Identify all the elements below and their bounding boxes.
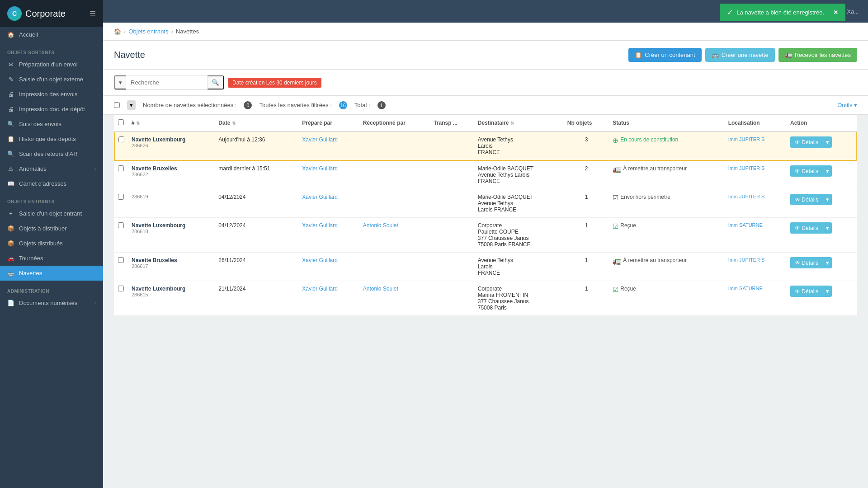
close-notification-button[interactable]: ✕ (833, 9, 838, 16)
row-action-cell: 👁 Détails ▾ (787, 218, 857, 253)
action-group: 👁 Détails ▾ (790, 286, 853, 297)
action-group: 👁 Détails ▾ (790, 136, 853, 148)
sidebar-item-documents[interactable]: 📄 Documents numérisés ‹ (0, 296, 103, 310)
sidebar-item-preparation[interactable]: ✉ Préparation d'un envoi (0, 57, 103, 72)
selected-label: Nombre de navettes sélectionnées : (143, 102, 236, 108)
search-input[interactable] (126, 76, 208, 89)
th-checkbox (114, 115, 128, 131)
sidebar-item-historique[interactable]: 📋 Historique des dépôts (0, 131, 103, 146)
detail-button[interactable]: 👁 Détails (790, 286, 823, 297)
sidebar-item-saisie-externe[interactable]: ✎ Saisie d'un objet externe (0, 72, 103, 87)
th-reception: Réceptionné par (359, 115, 430, 131)
row-date-cell: mardi dernier à 15:51 (215, 160, 298, 189)
row-destinataire-cell: CorporateMarina FROMENTIN377 Chaussee Ja… (474, 281, 564, 316)
detail-button[interactable]: 👁 Détails (790, 165, 823, 177)
row-destinataire-cell: Marie-Odile BACQUETAvenue Tethys LaroisF… (474, 160, 564, 189)
tools-button[interactable]: Outils ▾ (837, 102, 857, 108)
search-submit-button[interactable]: 🔍 (208, 75, 224, 89)
row-checkbox-cell (114, 281, 128, 316)
row-prepare-cell: Xavier Guillard (298, 160, 359, 189)
print2-icon: 🖨 (7, 106, 14, 113)
select-all-dropdown[interactable]: ▾ (127, 100, 136, 110)
sort-date-icon[interactable]: ⇅ (232, 121, 236, 126)
row-status-cell: 🚛À remettre au transporteur (609, 253, 724, 281)
detail-dropdown-button[interactable]: ▾ (823, 194, 832, 205)
filter-tag[interactable]: Date création Les 30 derniers jours (228, 78, 321, 88)
detail-button[interactable]: 👁 Détails (790, 257, 823, 268)
navette-id: 286617 (132, 263, 211, 269)
receive-icon: 🚛 (785, 52, 792, 58)
chevron-left-icon: ‹ (94, 166, 96, 171)
prepare-par-link[interactable]: Xavier Guillard (302, 286, 338, 292)
row-id-cell: Navette Bruxelles 286622 (128, 160, 215, 189)
prepare-par-link[interactable]: Xavier Guillard (302, 257, 338, 263)
sidebar-item-accueil[interactable]: 🏠 Accueil (0, 27, 103, 42)
sidebar-item-scan[interactable]: 🔍 Scan des retours d'AR (0, 146, 103, 161)
sidebar-item-a-distribuer[interactable]: 📦 Objets à distribuer (0, 221, 103, 236)
sidebar-item-suivi[interactable]: 🔍 Suivi des envois (0, 117, 103, 131)
sidebar-item-navettes[interactable]: 🚌 Navettes (0, 266, 103, 281)
detail-button[interactable]: 👁 Détails (790, 136, 823, 148)
detail-button[interactable]: 👁 Détails (790, 194, 823, 205)
menu-icon[interactable]: ☰ (90, 9, 96, 18)
navette-id: 286615 (132, 292, 211, 297)
sort-number-icon[interactable]: ⇅ (136, 121, 140, 126)
sidebar-item-label: Préparation d'un envoi (19, 61, 78, 68)
sidebar-item-label: Historique des dépôts (19, 136, 76, 142)
row-checkbox[interactable] (118, 257, 124, 263)
navette-name: Navette Luxembourg (132, 222, 211, 229)
sidebar-item-carnet[interactable]: 📖 Carnet d'adresses (0, 176, 103, 191)
detail-dropdown-button[interactable]: ▾ (823, 136, 832, 148)
box2-icon: 📦 (7, 240, 14, 247)
detail-dropdown-button[interactable]: ▾ (823, 286, 832, 297)
row-checkbox-cell (114, 131, 128, 160)
prepare-par-link[interactable]: Xavier Guillard (302, 194, 338, 200)
row-localisation-cell: Imm SATURNE (725, 281, 787, 316)
row-checkbox[interactable] (118, 222, 124, 228)
notification-banner: ✓ La navette a bien été enregistrée. ✕ (720, 4, 845, 21)
status-label: Envoi hors périmètre (620, 194, 670, 200)
row-destinataire-cell: Avenue TethysLaroisFRANCE (474, 131, 564, 160)
sidebar-item-anomalies[interactable]: ⚠ Anomalies ‹ (0, 161, 103, 176)
prepare-par-link[interactable]: Xavier Guillard (302, 222, 338, 229)
sidebar-item-tournees[interactable]: 🚗 Tournées (0, 251, 103, 266)
row-checkbox[interactable] (118, 194, 124, 200)
detail-dropdown-button[interactable]: ▾ (823, 222, 832, 234)
table-row: Navette Luxembourg 286626 Aujourd'hui à … (114, 131, 857, 160)
create-container-button[interactable]: 📋 Créer un contenant (628, 48, 701, 62)
th-transport: Transp ... (430, 115, 474, 131)
row-checkbox[interactable] (118, 286, 124, 291)
sort-dest-icon[interactable]: ⇅ (510, 121, 514, 126)
detail-dropdown-button[interactable]: ▾ (823, 257, 832, 268)
row-localisation-cell: Imm JUPITER S (725, 189, 787, 218)
breadcrumb: 🏠 › Objets entrants › Navettes (103, 23, 868, 41)
row-checkbox[interactable] (118, 165, 124, 171)
prepare-par-link[interactable]: Xavier Guillard (302, 136, 338, 143)
sidebar-item-saisie-entrant[interactable]: + Saisie d'un objet entrant (0, 206, 103, 221)
edit-icon: ✎ (7, 76, 14, 83)
create-navette-button[interactable]: 🚌 Créer une navette (705, 48, 775, 62)
sidebar-item-label: Navettes (19, 270, 42, 277)
sidebar-item-impression-depot[interactable]: 🖨 Impression doc. de dépôt (0, 102, 103, 117)
th-number: # ⇅ (128, 115, 215, 131)
status-remettre-icon: 🚛 (613, 165, 621, 174)
row-reception-cell: Antonio Soulet (359, 281, 430, 316)
reception-par-link[interactable]: Antonio Soulet (363, 286, 398, 292)
sidebar-section-sortants: OBJETS SORTANTS (0, 46, 103, 57)
select-all-checkbox[interactable] (114, 102, 120, 108)
sidebar-item-impression-envois[interactable]: 🖨 Impression des envois (0, 87, 103, 102)
reception-par-link[interactable]: Antonio Soulet (363, 222, 398, 229)
home-breadcrumb-icon[interactable]: 🏠 (114, 28, 121, 35)
row-checkbox[interactable] (118, 136, 124, 142)
search-dropdown-button[interactable]: ▾ (114, 75, 126, 89)
detail-button[interactable]: 👁 Détails (790, 222, 823, 234)
header-checkbox[interactable] (118, 119, 124, 125)
detail-dropdown-button[interactable]: ▾ (823, 165, 832, 177)
breadcrumb-objets-entrants[interactable]: Objets entrants (128, 28, 168, 35)
row-transport-cell (430, 160, 474, 189)
history-icon: 📋 (7, 136, 14, 142)
prepare-par-link[interactable]: Xavier Guillard (302, 165, 338, 172)
receive-navettes-button[interactable]: 🚛 Recevoir les navettes (778, 48, 857, 62)
sidebar-item-distribues[interactable]: 📦 Objets distribués (0, 236, 103, 251)
row-checkbox-cell (114, 253, 128, 281)
